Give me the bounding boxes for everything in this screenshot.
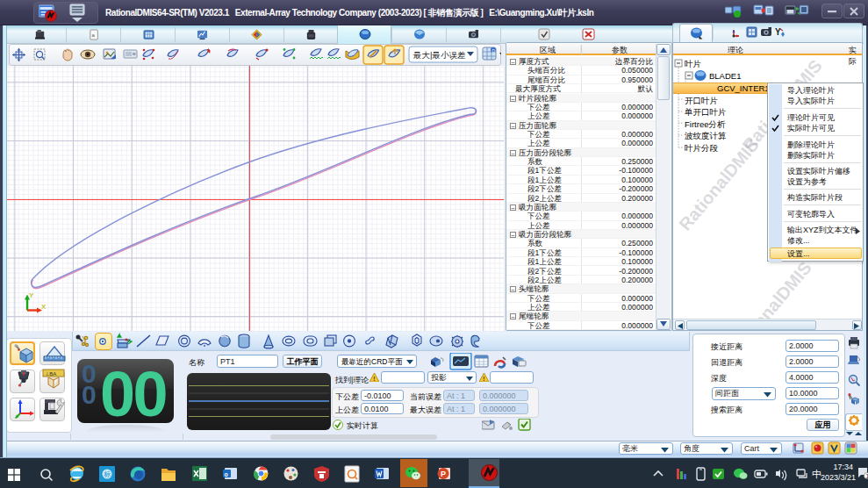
svg-text:标: 标: [104, 470, 111, 478]
svg-text:P: P: [441, 470, 446, 478]
svg-text:17:34: 17:34: [833, 463, 853, 471]
svg-text:2023/3/21: 2023/3/21: [821, 473, 856, 482]
svg-text:⊥BA: ⊥BA: [45, 371, 56, 377]
svg-text:o: o: [225, 471, 228, 477]
